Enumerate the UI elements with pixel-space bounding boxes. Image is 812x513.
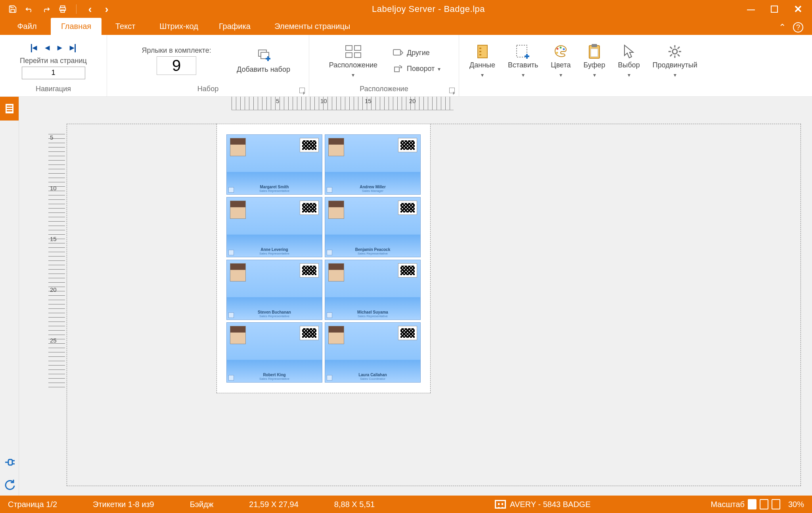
svg-rect-9 (346, 53, 352, 57)
label-sheet[interactable]: Margaret SmithSales Representative Andre… (216, 124, 431, 393)
window-controls: — ✕ (737, 3, 812, 15)
colors-button[interactable]: Цвета ▾ (546, 41, 575, 80)
group-navigation-label: Навигация (6, 83, 101, 95)
canvas[interactable]: 5 10 15 20 5 10 15 20 25 (19, 97, 812, 496)
nav-prev-icon[interactable]: ◂ (45, 42, 50, 53)
template-icon (495, 500, 506, 509)
nav-next-icon[interactable]: ▸ (57, 42, 62, 53)
workspace: 5 10 15 20 5 10 15 20 25 (0, 97, 812, 496)
separator (76, 4, 77, 14)
labels-in-set-value[interactable]: 9 (157, 56, 196, 75)
barcode-icon (300, 201, 319, 215)
left-rail (0, 97, 19, 496)
save-icon[interactable] (8, 4, 17, 14)
svg-rect-26 (591, 49, 598, 57)
zoom-value[interactable]: 30% (788, 500, 804, 509)
close-icon[interactable]: ✕ (794, 3, 802, 15)
barcode-icon (300, 263, 319, 278)
prev-record-icon[interactable]: ‹ (85, 4, 95, 14)
badge-card[interactable]: Benjamin PeacockSales Representative (325, 197, 421, 257)
minimize-icon[interactable]: — (747, 5, 755, 14)
group-layout: Расположение ▾ Другие Поворот (309, 35, 459, 96)
ribbon-tabs: Файл Главная Текст Штрих-код Графика Эле… (0, 18, 812, 35)
plug-icon[interactable] (0, 451, 19, 473)
tab-file[interactable]: Файл (3, 18, 51, 35)
rotate-label: Поворот (407, 65, 435, 73)
badge-card[interactable]: Margaret SmithSales Representative (226, 134, 322, 195)
rail-tab-icon[interactable] (0, 97, 19, 121)
nav-first-icon[interactable]: |◂ (30, 42, 37, 53)
barcode-icon (398, 138, 417, 152)
badge-card[interactable]: Laura CallahanSales Coordinator (325, 322, 421, 383)
svg-rect-10 (354, 53, 361, 57)
quick-access-toolbar: ‹ › (0, 4, 119, 14)
undo-icon[interactable] (25, 4, 34, 14)
svg-rect-15 (479, 51, 481, 52)
arrangement-button[interactable]: Расположение ▾ (324, 41, 382, 80)
group-layout-launcher[interactable] (449, 88, 455, 93)
data-label: Данные (469, 61, 495, 69)
other-layouts-button[interactable]: Другие (389, 47, 444, 59)
titlebar: ‹ › Labeljoy Server - Badge.lpa — ✕ (0, 0, 812, 18)
collapse-ribbon-icon[interactable]: ⌃ (779, 22, 786, 33)
colors-label: Цвета (551, 61, 571, 69)
chevron-down-icon: ▾ (522, 72, 525, 78)
next-record-icon[interactable]: › (102, 4, 111, 14)
add-set-button[interactable]: Добавить набор (232, 45, 295, 76)
redo-icon[interactable] (41, 4, 51, 14)
svg-point-21 (560, 47, 562, 49)
svg-rect-12 (395, 67, 399, 72)
goto-page-input[interactable] (22, 67, 85, 79)
chevron-down-icon: ▾ (593, 72, 596, 78)
page-margins (67, 124, 801, 486)
rotate-button[interactable]: Поворот ▾ (389, 63, 444, 75)
arrangement-label: Расположение (329, 61, 377, 69)
barcode-icon (398, 201, 417, 215)
data-button[interactable]: Данные ▾ (465, 41, 500, 80)
avery-template-button[interactable]: AVERY - 5843 BADGE (495, 500, 590, 509)
gear-icon (666, 43, 683, 60)
help-icon[interactable]: ? (793, 22, 803, 33)
group-set: Ярлыки в комплекте: 9 Добавить набор Наб… (107, 35, 309, 96)
tab-barcode[interactable]: Штрих-код (149, 18, 209, 35)
view-mode-2-icon[interactable] (760, 499, 768, 509)
refresh-icon[interactable] (0, 473, 19, 496)
advanced-button[interactable]: Продвинутый ▾ (648, 41, 702, 80)
print-icon[interactable] (58, 4, 67, 14)
rotate-icon (393, 64, 404, 73)
tab-graphics[interactable]: Графика (209, 18, 261, 35)
barcode-icon (300, 138, 319, 152)
nav-last-icon[interactable]: ▸| (70, 42, 77, 53)
cursor-icon (620, 43, 637, 60)
clipboard-button[interactable]: Буфер ▾ (579, 41, 610, 80)
labels-in-set-label: Ярлыки в комплекте: (142, 46, 211, 55)
svg-point-27 (672, 49, 677, 54)
tab-page-elements[interactable]: Элементы страницы (261, 18, 364, 35)
insert-button[interactable]: Вставить ▾ (503, 41, 543, 80)
tab-text[interactable]: Текст (102, 18, 149, 35)
view-mode-1-icon[interactable] (748, 499, 756, 509)
badge-card[interactable]: Michael SuyamaSales Representative (325, 260, 421, 320)
chevron-down-icon: ▾ (352, 72, 354, 78)
svg-line-34 (678, 47, 680, 49)
badge-card[interactable]: Anne LeveringSales Representative (226, 197, 322, 257)
badge-card[interactable]: Robert KingSales Representative (226, 322, 322, 383)
group-set-launcher[interactable] (299, 88, 305, 93)
svg-rect-13 (478, 45, 487, 58)
badge-card[interactable]: Andrew MillerSales Manager (325, 134, 421, 195)
svg-line-35 (670, 54, 672, 56)
maximize-icon[interactable] (771, 6, 778, 13)
photo-icon (328, 201, 344, 219)
svg-rect-17 (517, 45, 527, 57)
status-badge[interactable]: Бэйдж (190, 500, 214, 509)
status-dim1: 21,59 X 27,94 (249, 500, 299, 509)
window-title: Labeljoy Server - Badge.lpa (119, 4, 737, 14)
status-page[interactable]: Страница 1/2 (8, 500, 57, 509)
view-mode-3-icon[interactable] (772, 499, 780, 509)
zoom-label: Масштаб (710, 500, 745, 509)
tab-home[interactable]: Главная (51, 18, 102, 35)
status-labels[interactable]: Этикетки 1-8 из9 (93, 500, 154, 509)
svg-rect-11 (393, 50, 400, 55)
select-button[interactable]: Выбор ▾ (613, 41, 645, 80)
badge-card[interactable]: Steven BuchananSales Representative (226, 260, 322, 320)
